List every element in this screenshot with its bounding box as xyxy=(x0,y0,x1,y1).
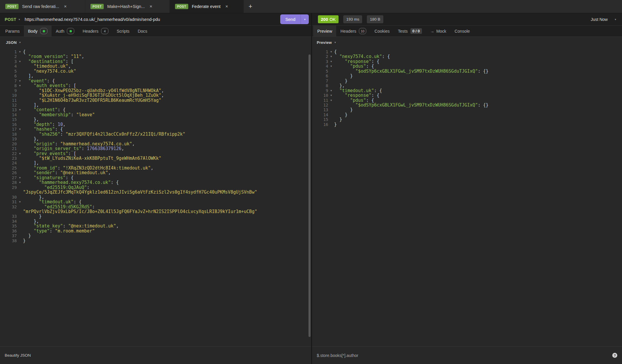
fold-toggle-icon[interactable]: ▾ xyxy=(17,180,23,185)
send-options-chevron-icon[interactable]: ▾ xyxy=(301,18,309,21)
fold-toggle-icon[interactable]: ▾ xyxy=(17,175,23,180)
request-tab-auth[interactable]: Auth xyxy=(52,26,78,36)
fold-toggle-icon[interactable]: ▾ xyxy=(328,59,334,64)
fold-toggle-icon[interactable]: ▾ xyxy=(328,98,334,103)
response-tab-tests[interactable]: Tests0 / 0 xyxy=(394,26,426,36)
response-tab-console[interactable]: Console xyxy=(451,26,474,36)
token-p: : xyxy=(82,146,87,151)
fold-toggle-icon[interactable]: ▾ xyxy=(17,83,23,88)
response-body-viewer[interactable]: 1▾{2▾ "nexy7574.co.uk": {3▾ "response": … xyxy=(312,48,622,346)
token-k: "hammerhead.nexy7574.co.uk" xyxy=(39,180,111,185)
request-tab-headers[interactable]: Headers4 xyxy=(78,26,113,36)
gutter: 23 xyxy=(0,156,23,161)
count-pill: 10 xyxy=(359,28,366,34)
line-number: 16 xyxy=(312,122,328,127)
fold-toggle-icon[interactable]: ▾ xyxy=(328,88,334,93)
fold-spacer xyxy=(17,238,23,243)
fold-toggle-icon[interactable]: ▾ xyxy=(17,79,23,83)
code-line: 9 "$1OC-XnwPEOZ5bz--qUahdbz-yO4lfWdV8gNT… xyxy=(0,88,311,93)
beautify-json-button[interactable]: Beautify JSON xyxy=(5,353,31,358)
response-tab-preview[interactable]: Preview xyxy=(313,26,336,36)
token-k: "$odSYp6cxGBLX1FGwL_jvSM97txDzWUH86SGduT… xyxy=(355,102,478,108)
code-text: "hashes": { xyxy=(23,127,311,132)
code-line: 9▾ "timedout.uk": { xyxy=(312,88,622,93)
token-p: : xyxy=(66,54,71,59)
token-p: : xyxy=(50,228,55,234)
token-s: "$tW_LYudsZNiKeA-xkK8BPptuTt_9geWHmAn67A… xyxy=(39,156,161,161)
token-p: } xyxy=(23,214,42,219)
token-s: "mrPQvrlVbZjvI9xLbPS/Ic/JBo+Z0L4Il5JgFQ6… xyxy=(23,209,257,214)
response-history-dropdown[interactable]: Just Now xyxy=(591,17,608,22)
request-tab-scripts[interactable]: Scripts xyxy=(113,26,133,36)
response-pane: 200 OK 193 ms 180 B Just Now ▾ PreviewHe… xyxy=(312,13,622,364)
code-line: 27▾ "signatures": { xyxy=(0,175,311,180)
token-p: }, xyxy=(23,195,44,200)
code-text: } xyxy=(23,233,311,238)
app-window: POSTSend raw federati...✕POSTMake+Hash+S… xyxy=(0,0,622,364)
send-button[interactable]: Send ▾ xyxy=(280,14,309,24)
chevron-down-icon[interactable]: ▾ xyxy=(19,41,21,44)
response-tab-mock[interactable]: →Mock xyxy=(426,26,451,36)
close-icon[interactable]: ✕ xyxy=(225,4,228,9)
chevron-down-icon[interactable]: ▾ xyxy=(19,18,20,21)
line-number: 14 xyxy=(312,112,328,117)
request-tab-body[interactable]: Body xyxy=(24,26,52,36)
fold-toggle-icon[interactable]: ▾ xyxy=(328,93,334,98)
new-tab-button[interactable]: + xyxy=(244,0,257,13)
token-k: "auth_events" xyxy=(34,83,68,88)
response-tab-cookies[interactable]: Cookies xyxy=(370,26,394,36)
gutter: 18 xyxy=(0,132,23,137)
close-icon[interactable]: ✕ xyxy=(149,4,152,9)
fold-toggle-icon[interactable]: ▾ xyxy=(17,107,23,112)
fold-toggle-icon[interactable]: ▾ xyxy=(17,151,23,156)
body-language-dropdown[interactable]: JSON xyxy=(6,40,17,45)
token-n: 10 xyxy=(57,122,63,127)
token-p: : xyxy=(71,112,76,117)
code-line: 10 "$XuAstr_j-eH9diSqF8J6T3FGDUct5lOqXjB… xyxy=(0,93,311,98)
close-icon[interactable]: ✕ xyxy=(64,4,67,9)
response-tab-headers[interactable]: Headers10 xyxy=(336,26,370,36)
gutter: 27▾ xyxy=(0,175,23,180)
url-input[interactable]: https://hammerhead.nexy7574.co.uk/_hamme… xyxy=(25,17,160,22)
line-number: 26 xyxy=(0,170,17,175)
token-p: : { xyxy=(371,93,379,98)
code-text: "$odSYp6cxGBLX1FGwL_jvSM97txDzWUH86SGduT… xyxy=(334,103,622,107)
token-p xyxy=(334,88,339,93)
token-k: "depth" xyxy=(34,122,52,127)
chevron-down-icon[interactable]: ▾ xyxy=(615,18,616,21)
window-tab[interactable]: POSTSend raw federati...✕ xyxy=(0,0,85,13)
fold-toggle-icon[interactable]: ▾ xyxy=(17,49,23,54)
fold-toggle-icon[interactable]: ▾ xyxy=(17,127,23,132)
fold-toggle-icon[interactable]: ▾ xyxy=(328,49,334,54)
code-line: 25 "room_id": "!XRqZN3zQD2dtHc8I4k:timed… xyxy=(0,166,311,170)
token-p: , xyxy=(161,93,164,98)
code-text: "destinations": [ xyxy=(23,59,311,64)
code-text: "depth": 10, xyxy=(23,122,311,127)
method-dropdown[interactable]: POST xyxy=(5,17,16,22)
window-tab[interactable]: POSTMake+Hash+Sign...✕ xyxy=(85,0,170,13)
window-tab[interactable]: POSTFederate event✕ xyxy=(170,0,244,13)
request-tab-params[interactable]: Params xyxy=(1,26,24,36)
count-pill: 4 xyxy=(101,28,108,34)
fold-toggle-icon[interactable]: ▾ xyxy=(17,200,23,204)
chevron-down-icon[interactable]: ▾ xyxy=(334,41,336,44)
line-number: 6 xyxy=(312,74,328,78)
token-p: }, xyxy=(23,219,39,224)
token-p: , xyxy=(151,165,153,171)
line-number: 35 xyxy=(0,224,17,228)
fold-toggle-icon[interactable]: ▾ xyxy=(328,54,334,59)
fold-spacer xyxy=(17,93,23,98)
jsonpath-filter-input[interactable] xyxy=(317,353,612,358)
code-text: "response": { xyxy=(334,93,622,98)
response-view-dropdown[interactable]: Preview xyxy=(317,40,332,45)
help-icon[interactable]: ? xyxy=(612,353,617,358)
request-body-editor[interactable]: 1▾{2 "room_version": "11",3▾ "destinatio… xyxy=(0,48,311,346)
editor-scrollbar[interactable] xyxy=(308,54,311,337)
gutter: 13 xyxy=(312,107,334,112)
fold-toggle-icon[interactable]: ▾ xyxy=(17,59,23,64)
token-s: "timedout.uk" xyxy=(34,64,68,69)
fold-spacer xyxy=(328,117,334,122)
fold-toggle-icon[interactable]: ▾ xyxy=(328,64,334,69)
line-number: 12 xyxy=(312,103,328,107)
request-tab-docs[interactable]: Docs xyxy=(133,26,151,36)
